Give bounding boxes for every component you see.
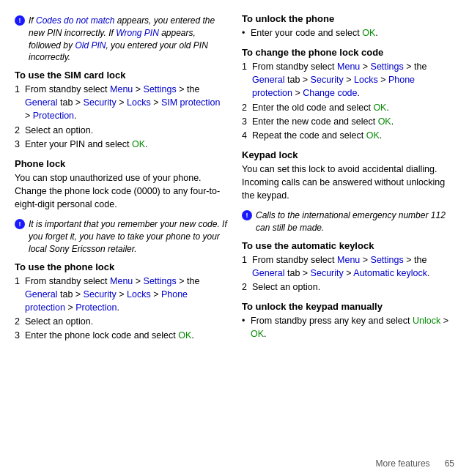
link-codes-no-match: Codes do not match <box>36 15 114 26</box>
phone-lock-section: Phone lock You can stop unauthorized use… <box>15 158 227 211</box>
change-code-step-1: 1 From standby select Menu > Settings > … <box>242 60 454 100</box>
link-wrong-pin: Wrong PIN <box>116 28 159 38</box>
link-ok-1: OK <box>132 139 145 149</box>
page-number: 65 <box>445 458 454 469</box>
link-change-code: Change code <box>303 88 357 98</box>
note-text-3: Calls to the international emergency num… <box>256 209 454 234</box>
unlock-phone-bullets: Enter your code and select OK. <box>242 26 454 40</box>
link-locks-3: Locks <box>354 75 378 85</box>
unlock-phone-bullet-1: Enter your code and select OK. <box>242 26 454 40</box>
link-ok-3: OK <box>362 28 375 38</box>
link-security-1: Security <box>84 97 117 108</box>
sim-card-lock-steps: 1 From standby select Menu > Settings > … <box>15 83 227 151</box>
phone-lock-body: You can stop unauthorized use of your ph… <box>15 171 227 211</box>
phone-lock-title: Phone lock <box>15 158 227 169</box>
right-column: To unlock the phone Enter your code and … <box>234 13 469 476</box>
link-unlock: Unlock <box>413 316 440 326</box>
note-codes-mismatch: ! If Codes do not match appears, you ent… <box>15 15 227 64</box>
link-general-3: General <box>252 75 284 85</box>
link-menu-4: Menu <box>337 255 360 265</box>
sim-card-lock-section: To use the SIM card lock 1 From standby … <box>15 70 227 151</box>
link-settings-4: Settings <box>371 255 404 265</box>
unlock-keypad-title: To unlock the keypad manually <box>242 301 454 312</box>
auto-keylock-step-1: 1 From standby select Menu > Settings > … <box>242 253 454 280</box>
note-icon-1: ! <box>15 15 25 26</box>
change-code-title: To change the phone lock code <box>242 47 454 58</box>
note-icon-2: ! <box>15 219 25 229</box>
footer-label: More features <box>376 458 430 469</box>
change-code-step-2: 2Enter the old code and select OK. <box>242 101 454 114</box>
link-general-1: General <box>25 97 57 108</box>
use-phone-lock-steps: 1 From standby select Menu > Settings > … <box>15 275 227 343</box>
phone-lock-step-2: 2Select an option. <box>15 315 227 328</box>
sim-step-3: 3Enter your PIN and select OK. <box>15 138 227 151</box>
auto-keylock-step-2: 2Select an option. <box>242 280 454 294</box>
unlock-keypad-section: To unlock the keypad manually From stand… <box>242 301 454 341</box>
unlock-phone-section: To unlock the phone Enter your code and … <box>242 13 454 40</box>
change-code-steps: 1 From standby select Menu > Settings > … <box>242 60 454 142</box>
sim-step-1: 1 From standby select Menu > Settings > … <box>15 83 227 122</box>
link-menu-3: Menu <box>337 62 360 72</box>
keypad-lock-title: Keypad lock <box>242 149 454 160</box>
footer: More features 65 <box>376 458 454 469</box>
note-text-1: If Codes do not match appears, you enter… <box>29 15 227 64</box>
link-menu-2: Menu <box>110 276 133 286</box>
link-sim-protection: SIM protection <box>161 97 221 108</box>
note-remember-code: ! It is important that you remember your… <box>15 218 227 255</box>
link-ok-7: OK <box>251 329 264 339</box>
link-settings-1: Settings <box>144 84 177 94</box>
link-automatic-keylock: Automatic keylock <box>353 268 427 278</box>
link-ok-6: OK <box>366 130 380 141</box>
link-settings-3: Settings <box>371 62 404 72</box>
link-locks-1: Locks <box>127 97 151 108</box>
note-icon-3: ! <box>242 210 252 220</box>
link-general-4: General <box>252 268 284 278</box>
keypad-lock-section: Keypad lock You can set this lock to avo… <box>242 149 454 202</box>
note-emergency: ! Calls to the international emergency n… <box>242 209 454 234</box>
link-locks-2: Locks <box>127 289 151 300</box>
left-column: ! If Codes do not match appears, you ent… <box>0 13 234 476</box>
phone-lock-step-3: 3Enter the phone lock code and select OK… <box>15 329 227 342</box>
unlock-keypad-bullet-1: From standby press any key and select Un… <box>242 314 454 341</box>
use-phone-lock-title: To use the phone lock <box>15 261 227 272</box>
sim-step-2: 2Select an option. <box>15 124 227 137</box>
page-container: ! If Codes do not match appears, you ent… <box>0 0 469 476</box>
link-general-2: General <box>25 289 57 300</box>
link-old-pin: Old PIN <box>75 40 106 51</box>
keypad-lock-body: You can set this lock to avoid accidenta… <box>242 163 454 202</box>
link-protection-2: Protection <box>75 302 117 313</box>
auto-keylock-steps: 1 From standby select Menu > Settings > … <box>242 253 454 294</box>
link-protection-1: Protection <box>33 111 74 121</box>
unlock-keypad-bullets: From standby press any key and select Un… <box>242 314 454 341</box>
link-ok-5: OK <box>378 116 391 127</box>
link-security-2: Security <box>84 289 117 300</box>
note-text-2: It is important that you remember your n… <box>29 218 227 255</box>
change-code-step-3: 3Enter the new code and select OK. <box>242 115 454 128</box>
link-ok-2: OK <box>178 330 191 341</box>
link-settings-2: Settings <box>144 276 177 286</box>
link-security-4: Security <box>311 268 344 278</box>
link-ok-4: OK <box>373 103 386 113</box>
link-security-3: Security <box>311 75 344 85</box>
sim-card-lock-title: To use the SIM card lock <box>15 70 227 81</box>
link-menu-1: Menu <box>110 84 133 94</box>
use-phone-lock-section: To use the phone lock 1 From standby sel… <box>15 261 227 343</box>
unlock-phone-title: To unlock the phone <box>242 13 454 24</box>
change-code-step-4: 4Repeat the code and select OK. <box>242 129 454 142</box>
phone-lock-step-1: 1 From standby select Menu > Settings > … <box>15 275 227 314</box>
auto-keylock-title: To use the automatic keylock <box>242 240 454 251</box>
auto-keylock-section: To use the automatic keylock 1 From stan… <box>242 240 454 294</box>
change-code-section: To change the phone lock code 1 From sta… <box>242 47 454 142</box>
